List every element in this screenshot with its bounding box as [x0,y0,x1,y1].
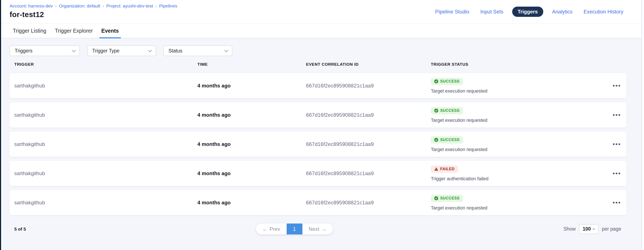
next-label: Next [309,226,319,232]
trigger-status-cell: FAILED Trigger authentication failed [428,166,612,182]
status-badge-label: SUCCESS [440,79,460,84]
status-badge: SUCCESS [431,195,463,202]
nav-execution-history[interactable]: Execution History [581,9,626,15]
triggers-filter-dropdown[interactable]: Triggers [10,45,80,56]
next-page-button[interactable]: Next → [302,223,333,234]
trigger-status-cell: SUCCESS Target execution requested [428,78,612,94]
page-size-dropdown[interactable]: 100 [579,224,599,234]
breadcrumb-account[interactable]: Account: harness-dev [10,4,53,9]
event-correlation-id: 667d16f2ec895908821c1aa9 [306,83,428,89]
window-right-gutter [642,0,644,250]
trigger-status-cell: SUCCESS Target execution requested [428,107,612,123]
nav-analytics[interactable]: Analytics [550,9,575,15]
check-circle-icon [434,138,438,142]
status-badge-label: SUCCESS [440,108,460,113]
chevron-down-icon [224,48,228,52]
trigger-name: sarthakgithub [14,141,198,147]
table-row[interactable]: sarthakgithub 4 months ago 667d16f2ec895… [10,132,626,157]
check-circle-icon [434,108,438,113]
trigger-type-filter-dropdown[interactable]: Trigger Type [87,45,156,56]
status-badge-label: SUCCESS [440,196,460,200]
row-menu-button[interactable] [612,83,622,89]
tab-events[interactable]: Events [99,24,121,38]
chevron-down-icon [593,227,596,230]
trigger-status-cell: SUCCESS Target execution requested [428,136,612,152]
current-page-button[interactable]: 1 [287,223,302,234]
sidebar-edge [0,0,1,250]
prev-label: Prev [270,226,280,232]
module-nav: Pipeline Studio Input Sets Triggers Anal… [433,0,626,24]
event-correlation-id: 667d16f2ec895908821c1aa9 [306,170,428,176]
event-correlation-id: 667d16f2ec895908821c1aa9 [306,112,428,118]
pagination-bar: 5 of 5 ← Prev 1 Next → Show 100 per pa [10,223,626,234]
page-header: Account: harness-dev › Organization: def… [1,0,642,24]
row-menu-button[interactable] [612,170,622,176]
pager: ← Prev 1 Next → [256,223,333,234]
tab-trigger-explorer[interactable]: Trigger Explorer [52,24,95,38]
status-filter-label: Status [168,48,182,54]
trigger-name: sarthakgithub [14,170,198,176]
trigger-name: sarthakgithub [14,200,198,206]
prev-page-button[interactable]: ← Prev [256,223,287,234]
table-row[interactable]: sarthakgithub 4 months ago 667d16f2ec895… [10,73,626,98]
breadcrumb-separator-icon: › [103,4,104,9]
app-root: Account: harness-dev › Organization: def… [1,0,642,250]
nav-pipeline-studio[interactable]: Pipeline Studio [433,9,472,15]
event-time: 4 months ago [198,83,306,89]
status-filter-dropdown[interactable]: Status [163,45,232,56]
row-menu-button[interactable] [612,112,622,118]
event-correlation-id: 667d16f2ec895908821c1aa9 [306,141,428,147]
check-circle-icon [434,196,438,200]
table-header: TRIGGER TIME EVENT CORRELATION ID TRIGGE… [10,62,626,67]
column-header-time: TIME [198,62,306,67]
status-message: Target execution requested [431,205,612,211]
trigger-name: sarthakgithub [14,83,198,89]
status-badge-label: FAILED [440,167,455,171]
table-row[interactable]: sarthakgithub 4 months ago 667d16f2ec895… [10,102,626,128]
trigger-name: sarthakgithub [14,112,198,118]
event-time: 4 months ago [198,112,306,118]
column-header-event-correlation-id: EVENT CORRELATION ID [306,62,428,67]
status-message: Target execution requested [431,88,612,94]
table-row[interactable]: sarthakgithub 4 months ago 667d16f2ec895… [10,190,626,215]
status-message: Target execution requested [431,117,612,123]
status-message: Trigger authentication failed [431,176,612,182]
tab-trigger-listing[interactable]: Trigger Listing [11,24,48,38]
arrow-right-icon: → [321,226,326,232]
nav-triggers[interactable]: Triggers [512,7,544,17]
breadcrumb-organization[interactable]: Organization: default [59,4,100,9]
warning-triangle-icon [434,167,438,171]
trigger-type-filter-label: Trigger Type [92,48,120,54]
breadcrumb-project[interactable]: Project: ayushi-dev-test [106,4,153,9]
event-correlation-id: 667d16f2ec895908821c1aa9 [306,200,428,206]
page-size-value: 100 [583,226,591,232]
status-badge: FAILED [431,166,458,173]
nav-input-sets[interactable]: Input Sets [478,9,506,15]
page-size-control: Show 100 per page [564,224,626,234]
event-time: 4 months ago [198,141,306,147]
row-menu-button[interactable] [612,200,622,206]
check-circle-icon [434,79,438,83]
triggers-filter-label: Triggers [15,48,32,54]
breadcrumb-pipelines[interactable]: Pipelines [159,4,177,9]
column-header-trigger-status: TRIGGER STATUS [428,62,612,67]
chevron-down-icon [72,48,76,52]
status-badge: SUCCESS [431,107,463,114]
content-area: Triggers Trigger Type Status TRIGGER TIM… [1,38,642,250]
filter-bar: Triggers Trigger Type Status [10,45,626,56]
table-row[interactable]: sarthakgithub 4 months ago 667d16f2ec895… [10,161,626,186]
breadcrumb-separator-icon: › [55,4,57,9]
chevron-down-icon [148,48,152,52]
row-menu-button[interactable] [612,141,622,147]
status-badge: SUCCESS [431,136,463,144]
column-header-trigger: TRIGGER [14,62,198,67]
breadcrumb-separator-icon: › [156,4,157,9]
status-message: Target execution requested [431,147,612,152]
tab-bar: Trigger Listing Trigger Explorer Events [1,24,642,38]
trigger-status-cell: SUCCESS Target execution requested [428,195,612,211]
table-body: sarthakgithub 4 months ago 667d16f2ec895… [10,73,626,215]
arrow-left-icon: ← [262,226,268,232]
event-time: 4 months ago [198,170,306,176]
pagination-summary: 5 of 5 [10,226,26,232]
show-label: Show [564,226,576,232]
